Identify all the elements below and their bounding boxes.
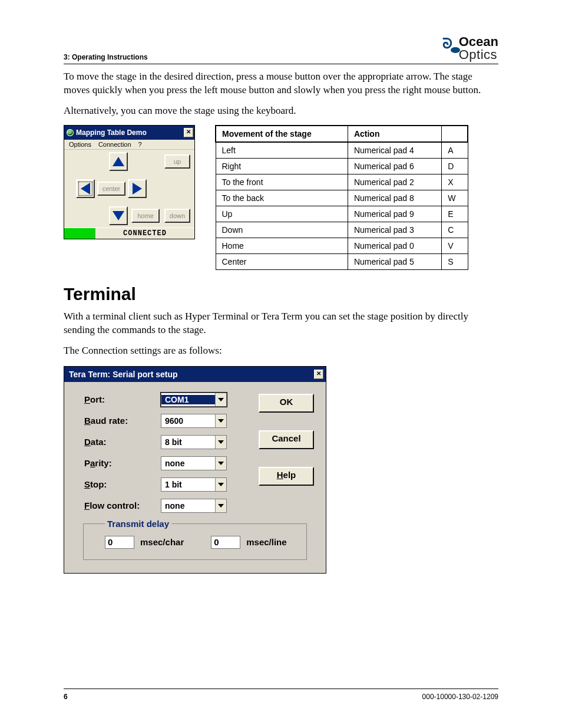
table-row: HomeNumerical pad 0V — [216, 238, 468, 253]
select-stop[interactable]: 1 bit — [161, 477, 227, 492]
cell-move: To the front — [216, 174, 348, 190]
transmit-delay-group: Transmit delay 0 msec/char 0 msec/line — [83, 519, 307, 560]
table-row: LeftNumerical pad 4A — [216, 142, 468, 159]
arrow-right-button[interactable] — [128, 179, 147, 198]
select-flow[interactable]: none — [161, 499, 227, 513]
page-number: 6 — [64, 693, 68, 701]
chevron-down-icon — [215, 457, 226, 470]
select-data-value: 8 bit — [161, 437, 215, 447]
arrow-left-button[interactable] — [76, 179, 95, 198]
arrow-up-icon — [113, 157, 124, 166]
menu-connection[interactable]: Connection — [98, 141, 131, 148]
cell-numpad: Numerical pad 5 — [348, 253, 441, 269]
status-text: CONNECTED — [95, 229, 194, 238]
chevron-down-icon — [215, 478, 226, 491]
teraterm-titlebar[interactable]: Tera Term: Serial port setup ✕ — [64, 367, 326, 382]
cell-numpad: Numerical pad 3 — [348, 222, 441, 238]
table-row: RightNumerical pad 6D — [216, 158, 468, 174]
col-key-header — [442, 126, 468, 142]
msec-char-input[interactable]: 0 — [105, 536, 134, 549]
arrow-down-button[interactable] — [109, 206, 128, 225]
chevron-down-icon — [215, 499, 226, 512]
table-row: To the frontNumerical pad 2X — [216, 174, 468, 190]
col-action-header: Action — [348, 126, 441, 142]
label-data: Data: — [84, 437, 161, 447]
cell-move: Down — [216, 222, 348, 238]
chevron-down-icon — [215, 393, 226, 406]
movement-table: Movement of the stage Action LeftNumeric… — [215, 125, 468, 270]
cell-key: C — [442, 222, 468, 238]
msec-line-label: msec/line — [246, 537, 286, 547]
paragraph-move-stage: To move the stage in the desired directi… — [64, 70, 498, 97]
label-stop: Stop: — [84, 479, 161, 489]
cell-key: X — [442, 174, 468, 190]
table-row: CenterNumerical pad 5S — [216, 253, 468, 269]
logo-ocean-optics: ᘐ Ocean Optics — [459, 35, 498, 61]
table-row: DownNumerical pad 3C — [216, 222, 468, 238]
arrow-up-button[interactable] — [109, 152, 128, 171]
table-row: To the backNumerical pad 8W — [216, 190, 468, 206]
menu-options[interactable]: Options — [69, 141, 91, 148]
menu-help[interactable]: ? — [138, 141, 142, 148]
arrow-right-icon — [133, 183, 142, 195]
logo-droplet-icon — [451, 47, 460, 53]
cell-move: Left — [216, 142, 348, 159]
paragraph-keyboard: Alternatively, you can move the stage us… — [64, 104, 498, 118]
arrow-down-icon — [113, 211, 124, 220]
select-data[interactable]: 8 bit — [161, 435, 227, 449]
select-flow-value: none — [161, 501, 215, 510]
transmit-legend: Transmit delay — [105, 519, 171, 529]
label-flow: Flow control: — [84, 500, 161, 510]
cell-key: S — [442, 253, 468, 269]
select-stop-value: 1 bit — [161, 480, 215, 489]
logo-text-optics: Optics — [459, 47, 497, 62]
down-button[interactable]: down — [164, 209, 190, 223]
close-icon[interactable]: ✕ — [314, 370, 323, 379]
cell-numpad: Numerical pad 6 — [348, 158, 441, 174]
doc-number: 000-10000-130-02-1209 — [422, 693, 498, 701]
page-header: 3: Operating Instructions ᘐ Ocean Optics — [64, 35, 498, 64]
paragraph-terminal-intro: With a terminal client such as Hyper Ter… — [64, 310, 498, 337]
cell-numpad: Numerical pad 0 — [348, 238, 441, 253]
home-button[interactable]: home — [131, 209, 160, 223]
msec-char-label: msec/char — [140, 537, 184, 547]
cell-numpad: Numerical pad 2 — [348, 174, 441, 190]
cell-move: Center — [216, 253, 348, 269]
globe-icon — [67, 129, 74, 136]
cell-numpad: Numerical pad 4 — [348, 142, 441, 159]
msec-line-input[interactable]: 0 — [211, 536, 240, 549]
chevron-down-icon — [215, 436, 226, 449]
cell-move: Home — [216, 238, 348, 253]
terminal-heading: Terminal — [64, 284, 498, 304]
help-button[interactable]: Help — [259, 467, 314, 486]
dialog-titlebar[interactable]: Mapping Table Demo ✕ — [64, 126, 194, 140]
cell-key: A — [442, 142, 468, 159]
label-port: Port: — [84, 394, 161, 404]
paragraph-conn-settings: The Connection settings are as follows: — [64, 344, 498, 358]
cell-key: E — [442, 206, 468, 222]
cancel-button[interactable]: Cancel — [259, 430, 314, 449]
table-row: UpNumerical pad 9E — [216, 206, 468, 222]
status-light-icon — [64, 228, 95, 239]
col-movement-header: Movement of the stage — [216, 126, 348, 142]
cell-numpad: Numerical pad 8 — [348, 190, 441, 206]
cell-key: D — [442, 158, 468, 174]
select-parity[interactable]: none — [161, 456, 227, 470]
up-button[interactable]: up — [164, 154, 190, 169]
select-baud-value: 9600 — [161, 416, 215, 426]
table-header-row: Movement of the stage Action — [216, 126, 468, 142]
close-icon[interactable]: ✕ — [184, 128, 193, 137]
chevron-down-icon — [215, 414, 226, 427]
select-port[interactable]: COM1 — [161, 393, 227, 407]
label-baud: Baud rate: — [84, 416, 161, 426]
teraterm-title: Tera Term: Serial port setup — [69, 370, 178, 379]
select-baud[interactable]: 9600 — [161, 414, 227, 428]
arrow-left-icon — [81, 183, 90, 195]
cell-numpad: Numerical pad 9 — [348, 206, 441, 222]
cell-move: Up — [216, 206, 348, 222]
center-button[interactable]: center — [97, 182, 125, 196]
cell-move: To the back — [216, 190, 348, 206]
ok-button[interactable]: OK — [259, 394, 314, 413]
cell-move: Right — [216, 158, 348, 174]
cell-key: W — [442, 190, 468, 206]
